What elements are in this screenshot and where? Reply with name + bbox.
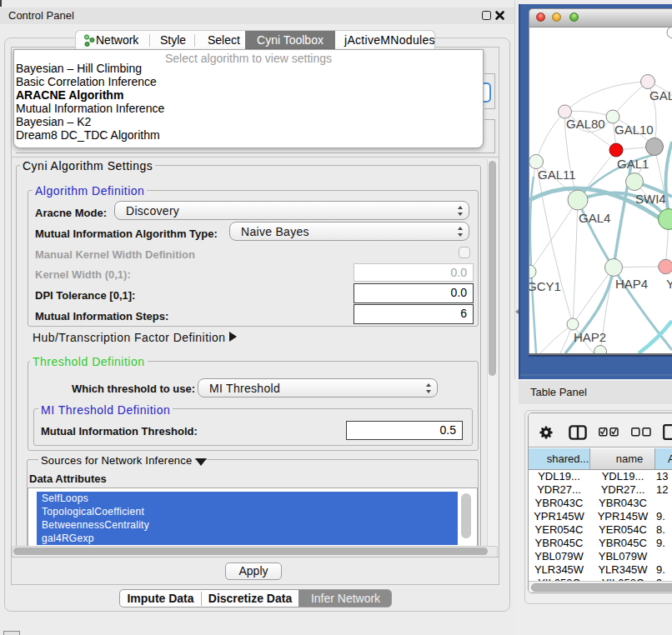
svg-text:GAL11: GAL11 xyxy=(538,168,576,182)
svg-text:Y: Y xyxy=(666,277,672,291)
svg-text:GAL80: GAL80 xyxy=(566,117,605,131)
svg-text:HAP4: HAP4 xyxy=(615,277,648,291)
svg-text:GAL10: GAL10 xyxy=(614,122,654,137)
svg-text:HAP2: HAP2 xyxy=(574,330,606,344)
svg-text:GAL2: GAL2 xyxy=(649,88,672,102)
svg-text:GCY1: GCY1 xyxy=(529,279,561,293)
svg-text:SWI4: SWI4 xyxy=(635,192,666,206)
svg-text:GAL1: GAL1 xyxy=(617,157,649,171)
svg-text:GAL4: GAL4 xyxy=(579,211,610,225)
